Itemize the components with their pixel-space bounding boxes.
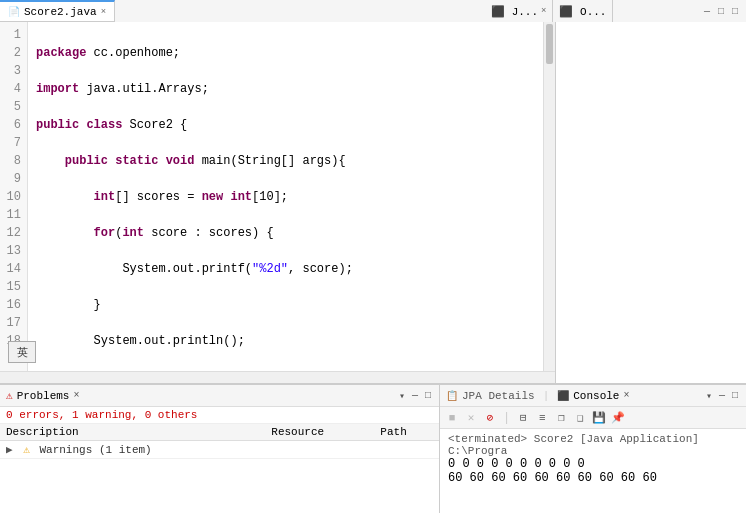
warning-resource — [265, 441, 374, 459]
jpa-details-label: JPA Details — [462, 390, 535, 402]
console-output-line2: 60 60 60 60 60 60 60 60 60 60 — [448, 471, 738, 485]
tab-close-problems[interactable]: × — [73, 390, 79, 401]
table-row[interactable]: ▶ ⚠ Warnings (1 item) — [0, 441, 439, 459]
problems-title: Problems — [17, 390, 70, 402]
console-output-line1: 0 0 0 0 0 0 0 0 0 0 — [448, 457, 738, 471]
main-area: 1234 5678 9101112 13141516 1718 package … — [0, 22, 746, 383]
ime-indicator: 英 — [8, 341, 36, 363]
horizontal-scrollbar[interactable] — [0, 371, 555, 383]
console-toolbar: ■ ✕ ⊘ | ⊟ ≡ ❐ ❑ 💾 📌 — [440, 407, 746, 429]
o-tab-label: ⬛ O... — [559, 5, 606, 18]
problems-summary: 0 errors, 1 warning, 0 others — [0, 407, 439, 424]
problems-table: Description Resource Path ▶ ⚠ Warnings (… — [0, 424, 439, 459]
problems-content: 0 errors, 1 warning, 0 others Descriptio… — [0, 407, 439, 513]
word-wrap-btn[interactable]: ≡ — [534, 410, 550, 426]
tab-j[interactable]: ⬛ J... × — [485, 0, 553, 22]
warning-path — [374, 441, 439, 459]
console-icon: ⬛ — [557, 390, 569, 402]
console-panel: 📋 JPA Details | ⬛ Console × ▾ — □ ■ ✕ ⊘ … — [440, 385, 746, 513]
problems-maximize-btn[interactable]: □ — [423, 390, 433, 401]
ime-label: 英 — [17, 345, 28, 360]
window-controls: — □ □ — [696, 0, 746, 22]
scroll-thumb[interactable] — [546, 24, 553, 64]
paste-btn[interactable]: ❑ — [572, 410, 588, 426]
col-path: Path — [374, 424, 439, 441]
console-menu-btn[interactable]: ▾ — [704, 390, 714, 402]
error-count: 0 — [6, 409, 13, 421]
j-tab-close[interactable]: × — [541, 6, 546, 16]
j-tab-label: ⬛ J... — [491, 5, 538, 18]
file-icon: 📄 — [8, 6, 20, 18]
terminate-btn[interactable]: ■ — [444, 410, 460, 426]
console-title: Console — [573, 390, 619, 402]
tab-close-icon[interactable]: × — [101, 7, 106, 17]
tab-score2[interactable]: 📄 Score2.java × — [0, 0, 115, 21]
right-panel — [556, 22, 746, 383]
vertical-scrollbar[interactable] — [543, 22, 555, 371]
console-content: <terminated> Score2 [Java Application] C… — [440, 429, 746, 513]
console-controls: ▾ — □ — [704, 390, 740, 402]
code-area[interactable]: package cc.openhome; import java.util.Ar… — [28, 22, 543, 371]
jpa-details-icon: 📋 — [446, 390, 458, 402]
col-resource: Resource — [265, 424, 374, 441]
problems-menu-btn[interactable]: ▾ — [397, 390, 407, 402]
expand-icon[interactable]: ▶ — [6, 444, 13, 456]
save-btn[interactable]: 💾 — [591, 410, 607, 426]
problems-minimize-btn[interactable]: — — [410, 390, 420, 401]
maximize-btn[interactable]: □ — [716, 6, 726, 17]
clear-console-btn[interactable]: ⊘ — [482, 410, 498, 426]
tab-close-console[interactable]: × — [623, 390, 629, 401]
console-terminated: <terminated> Score2 [Java Application] C… — [448, 433, 738, 457]
editor-panel: 1234 5678 9101112 13141516 1718 package … — [0, 22, 556, 383]
problems-header: ⚠ Problems × ▾ — □ — [0, 385, 439, 407]
console-minimize-btn[interactable]: — — [717, 390, 727, 401]
editor-content[interactable]: 1234 5678 9101112 13141516 1718 package … — [0, 22, 555, 371]
restore-btn[interactable]: □ — [730, 6, 740, 17]
console-maximize-btn[interactable]: □ — [730, 390, 740, 401]
tab-o[interactable]: ⬛ O... — [553, 0, 613, 22]
problems-summary-text: errors, 1 warning, 0 others — [19, 409, 197, 421]
top-tab-bar: 📄 Score2.java × ⬛ J... × ⬛ O... — □ □ — [0, 0, 746, 22]
scroll-lock-btn[interactable]: ⊟ — [515, 410, 531, 426]
console-header: 📋 JPA Details | ⬛ Console × ▾ — □ — [440, 385, 746, 407]
minimize-btn[interactable]: — — [702, 6, 712, 17]
line-numbers: 1234 5678 9101112 13141516 1718 — [0, 22, 28, 371]
problems-controls: ▾ — □ — [397, 390, 433, 402]
warning-description: ▶ ⚠ Warnings (1 item) — [0, 441, 265, 459]
problems-icon: ⚠ — [6, 389, 13, 402]
warning-icon: ⚠ — [23, 444, 30, 456]
bottom-section: ⚠ Problems × ▾ — □ 0 errors, 1 warning, … — [0, 383, 746, 513]
tab-score2-label: Score2.java — [24, 6, 97, 18]
right-panel-content — [556, 22, 746, 383]
problems-panel: ⚠ Problems × ▾ — □ 0 errors, 1 warning, … — [0, 385, 440, 513]
col-description: Description — [0, 424, 265, 441]
copy-btn[interactable]: ❐ — [553, 410, 569, 426]
pin-btn[interactable]: 📌 — [610, 410, 626, 426]
remove-btn[interactable]: ✕ — [463, 410, 479, 426]
